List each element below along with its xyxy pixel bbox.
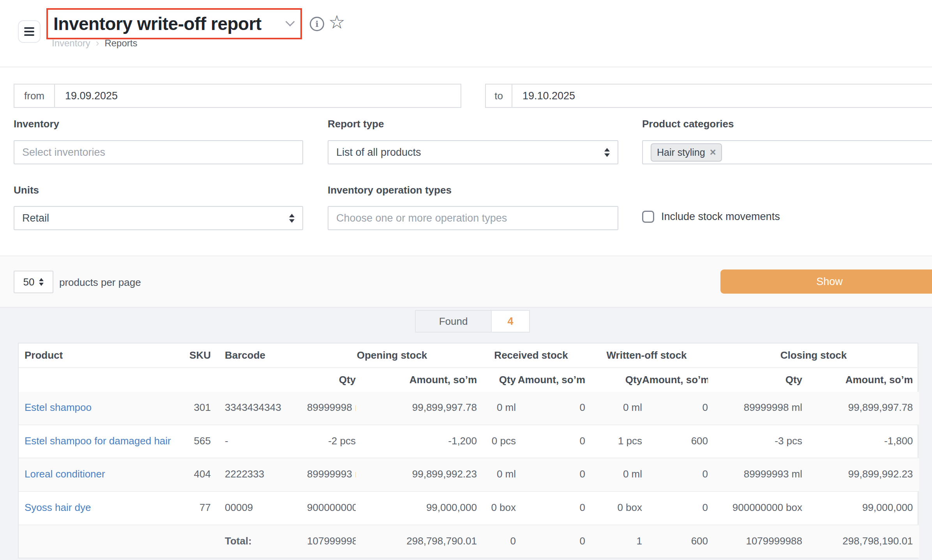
total-opening-amount: 298,798,790.01 bbox=[356, 525, 477, 558]
sku-cell: 77 bbox=[184, 491, 213, 525]
breadcrumb-item-inventory[interactable]: Inventory bbox=[52, 38, 90, 49]
date-to-label: to bbox=[486, 85, 512, 107]
received-qty-cell: 0 ml bbox=[477, 458, 516, 491]
include-stock-movements-checkbox[interactable] bbox=[642, 211, 654, 223]
found-count-badge[interactable]: 4 bbox=[492, 310, 530, 333]
per-page-value: 50 bbox=[23, 276, 35, 288]
written-off-amount-cell: 0 bbox=[642, 392, 708, 425]
opening-amount-cell: -1,200 bbox=[356, 425, 477, 458]
total-written-off-qty: 1 bbox=[585, 525, 642, 558]
date-from-input[interactable]: 19.09.2025 bbox=[55, 85, 461, 107]
breadcrumb: Inventory › Reports bbox=[52, 37, 137, 49]
total-label: Total: bbox=[213, 525, 307, 558]
written-off-qty-cell: 0 ml bbox=[585, 392, 642, 425]
barcode-cell: 3343434343 bbox=[213, 392, 307, 425]
include-stock-movements-label: Include stock movements bbox=[661, 211, 780, 223]
product-link[interactable]: Syoss hair dye bbox=[25, 502, 91, 513]
units-select[interactable]: Retail bbox=[14, 206, 303, 230]
col-written-off-stock: Written-off stock bbox=[585, 343, 708, 368]
select-arrows-icon bbox=[604, 148, 610, 157]
operation-types-placeholder: Choose one or more operation types bbox=[336, 212, 507, 224]
opening-qty-cell: 89999998 ml bbox=[307, 392, 356, 425]
page-title: Inventory write-off report bbox=[53, 13, 261, 34]
report-table-card: Product SKU Barcode Opening stock Receiv… bbox=[18, 343, 918, 558]
opening-amount-cell: 99,899,992.23 bbox=[356, 458, 477, 491]
filters-section: from 19.09.2025 to 19.10.2025 Inventory … bbox=[0, 67, 932, 255]
report-table: Product SKU Barcode Opening stock Receiv… bbox=[19, 343, 919, 558]
inventory-select[interactable]: Select inventories bbox=[14, 140, 303, 164]
received-amount-cell: 0 bbox=[516, 458, 585, 491]
total-opening-qty: 1079999989 bbox=[307, 525, 356, 558]
table-row: Loreal conditioner 404 2222333 89999993 … bbox=[19, 458, 919, 491]
menu-button[interactable] bbox=[18, 20, 41, 43]
col-barcode: Barcode bbox=[213, 343, 307, 368]
closing-amount-cell: -1,800 bbox=[802, 425, 919, 458]
col-product: Product bbox=[19, 343, 184, 368]
total-received-amount: 0 bbox=[516, 525, 585, 558]
report-type-select[interactable]: List of all products bbox=[328, 140, 618, 164]
select-arrows-icon bbox=[289, 214, 295, 223]
date-from-field[interactable]: from 19.09.2025 bbox=[14, 84, 461, 108]
col-opening-qty: Qty bbox=[307, 368, 356, 392]
operation-types-select[interactable]: Choose one or more operation types bbox=[328, 206, 618, 230]
info-icon[interactable]: i bbox=[310, 17, 324, 31]
product-link[interactable]: Estel shampoo for damaged hair bbox=[25, 435, 171, 447]
written-off-qty-cell: 0 ml bbox=[585, 458, 642, 491]
report-type-value: List of all products bbox=[336, 146, 421, 158]
product-link[interactable]: Estel shampoo bbox=[25, 402, 92, 413]
operation-types-label: Inventory operation types bbox=[328, 184, 452, 196]
col-written-off-qty: Qty bbox=[585, 368, 642, 392]
table-row: Estel shampoo 301 3343434343 89999998 ml… bbox=[19, 392, 919, 425]
received-qty-cell: 0 ml bbox=[477, 392, 516, 425]
table-row: Estel shampoo for damaged hair 565 - -2 … bbox=[19, 425, 919, 458]
header: Inventory write-off report i ☆ Inventory… bbox=[0, 0, 932, 67]
written-off-amount-cell: 600 bbox=[642, 425, 708, 458]
written-off-qty-cell: 1 pcs bbox=[585, 425, 642, 458]
col-received-amount: Amount, so’m bbox=[516, 368, 585, 392]
received-qty-cell: 0 box bbox=[477, 491, 516, 525]
table-group-header-row: Product SKU Barcode Opening stock Receiv… bbox=[19, 343, 919, 368]
closing-amount-cell: 99,899,992.23 bbox=[802, 458, 919, 491]
received-amount-cell: 0 bbox=[516, 392, 585, 425]
units-value: Retail bbox=[22, 212, 49, 224]
col-received-qty: Qty bbox=[477, 368, 516, 392]
opening-amount-cell: 99,000,000 bbox=[356, 491, 477, 525]
inventory-label: Inventory bbox=[14, 118, 59, 130]
close-icon[interactable]: × bbox=[710, 147, 716, 158]
star-icon[interactable]: ☆ bbox=[328, 13, 345, 32]
page: Inventory write-off report i ☆ Inventory… bbox=[0, 0, 932, 560]
col-closing-qty: Qty bbox=[708, 368, 802, 392]
written-off-amount-cell: 0 bbox=[642, 458, 708, 491]
report-title-selector[interactable]: Inventory write-off report bbox=[46, 8, 302, 39]
found-label: Found bbox=[415, 310, 492, 333]
col-sku: SKU bbox=[184, 343, 213, 368]
col-closing-stock: Closing stock bbox=[708, 343, 919, 368]
category-tag-hair-styling[interactable]: Hair styling × bbox=[651, 143, 722, 162]
col-opening-amount: Amount, so’m bbox=[356, 368, 477, 392]
results-section: Found 4 Product SKU Barcode Opening bbox=[0, 308, 932, 560]
barcode-cell: 2222333 bbox=[213, 458, 307, 491]
category-tag-label: Hair styling bbox=[657, 147, 705, 158]
barcode-cell: 00009 bbox=[213, 491, 307, 525]
inventory-select-placeholder: Select inventories bbox=[22, 146, 105, 158]
barcode-cell: - bbox=[213, 425, 307, 458]
col-received-stock: Received stock bbox=[477, 343, 585, 368]
product-categories-multiselect[interactable]: Hair styling × bbox=[642, 140, 932, 164]
product-categories-label: Product categories bbox=[642, 118, 734, 130]
table-subheader-row: Qty Amount, so’m Qty Amount, so’m Qty Am… bbox=[19, 368, 919, 392]
product-link[interactable]: Loreal conditioner bbox=[25, 468, 105, 480]
table-row: Syoss hair dye 77 00009 900000000 box 99… bbox=[19, 491, 919, 525]
show-button[interactable]: Show bbox=[720, 269, 932, 294]
received-qty-cell: 0 pcs bbox=[477, 425, 516, 458]
total-written-off-amount: 600 bbox=[642, 525, 708, 558]
pagination-band: 50 products per page Show bbox=[0, 255, 932, 308]
closing-qty-cell: 89999993 ml bbox=[708, 458, 802, 491]
date-to-field[interactable]: to 19.10.2025 bbox=[485, 84, 932, 108]
received-amount-cell: 0 bbox=[516, 491, 585, 525]
date-to-input[interactable]: 19.10.2025 bbox=[512, 85, 932, 107]
table-total-row: Total: 1079999989 298,798,790.01 0 0 1 6… bbox=[19, 525, 919, 558]
report-type-label: Report type bbox=[328, 118, 384, 130]
per-page-select[interactable]: 50 bbox=[14, 271, 53, 293]
found-counter: Found 4 bbox=[415, 310, 530, 333]
include-stock-movements-option[interactable]: Include stock movements bbox=[642, 211, 780, 223]
